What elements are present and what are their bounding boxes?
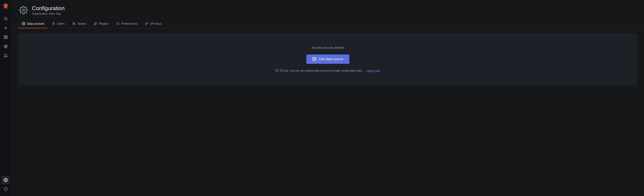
sidebar (0, 0, 12, 196)
tab-data-sources-label: Data sources (27, 22, 44, 25)
svg-marker-12 (5, 46, 6, 47)
tab-preferences-label: Preferences (121, 22, 137, 25)
explore-icon[interactable] (2, 42, 10, 51)
protip-icon (275, 69, 279, 72)
users-icon (72, 22, 76, 25)
page-subtitle: Organization: Main Org. (32, 12, 65, 15)
database-icon (22, 22, 25, 25)
tab-teams[interactable]: Teams (69, 19, 90, 28)
key-icon (145, 22, 148, 25)
page-header: Configuration Organization: Main Org. (12, 0, 644, 19)
tab-preferences[interactable]: Preferences (113, 19, 140, 28)
page-title: Configuration (32, 5, 65, 12)
page-header-text: Configuration Organization: Main Org. (32, 5, 65, 15)
user-icon (52, 22, 55, 25)
tab-api-keys[interactable]: API keys (142, 19, 165, 28)
tab-users-label: Users (57, 22, 65, 25)
tabs-bar: Data sources Users Teams (12, 19, 644, 28)
empty-state-text: No data sources defined (312, 46, 344, 49)
configuration-sidebar-icon[interactable] (2, 176, 10, 184)
shield-icon[interactable] (2, 185, 10, 194)
tab-plugins[interactable]: Plugins (90, 19, 112, 28)
puzzle-icon (94, 22, 97, 25)
svg-rect-9 (4, 38, 6, 39)
svg-point-29 (313, 57, 316, 58)
tab-users[interactable]: Users (48, 19, 68, 28)
svg-point-17 (73, 22, 74, 23)
sliders-icon (116, 22, 120, 25)
tab-teams-label: Teams (78, 22, 86, 25)
svg-point-14 (22, 9, 24, 11)
svg-rect-10 (6, 38, 8, 39)
tab-data-sources[interactable]: Data sources (18, 19, 48, 28)
svg-point-13 (5, 180, 6, 181)
main-content: Configuration Organization: Main Org. Da… (12, 0, 644, 196)
svg-point-16 (53, 22, 54, 23)
dashboards-icon[interactable] (2, 33, 10, 41)
svg-rect-8 (6, 36, 8, 37)
svg-point-15 (22, 22, 25, 23)
add-data-source-button[interactable]: Add data source (306, 54, 349, 64)
svg-line-4 (6, 19, 8, 20)
svg-point-11 (4, 45, 8, 48)
database-add-icon (312, 57, 316, 61)
empty-state-card: No data sources defined Add data source … (18, 33, 637, 85)
svg-point-2 (5, 5, 6, 6)
svg-point-3 (4, 17, 7, 20)
grafana-logo[interactable] (2, 2, 10, 10)
alerting-icon[interactable] (2, 51, 10, 60)
search-icon[interactable] (2, 14, 10, 23)
page-header-gear-icon (18, 5, 28, 15)
tab-api-keys-label: API keys (150, 22, 162, 25)
new-icon[interactable] (2, 24, 10, 32)
tab-plugins-label: Plugins (99, 22, 108, 25)
add-data-source-label: Add data source (318, 57, 343, 61)
protip-text: ProTip: You can also define data sources… (275, 69, 380, 72)
protip-message: ProTip: You can also define data sources… (280, 69, 363, 72)
svg-rect-7 (4, 36, 6, 37)
content-area: No data sources defined Add data source … (12, 28, 644, 196)
learn-more-link[interactable]: Learn more (366, 69, 380, 72)
